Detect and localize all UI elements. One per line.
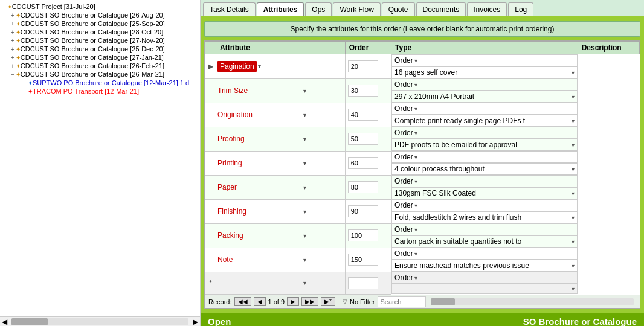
prev-record-btn[interactable]: ◀ (254, 297, 266, 306)
order-input[interactable] (348, 133, 378, 145)
order-input[interactable] (348, 229, 378, 241)
type-chevron[interactable]: ▾ (414, 154, 417, 161)
order-cell[interactable] (345, 127, 391, 151)
type-cell[interactable]: Order▾ (391, 54, 578, 66)
type-chevron[interactable]: ▾ (414, 106, 417, 112)
attribute-cell[interactable]: Pagination▾ (216, 54, 346, 79)
attribute-chevron[interactable]: ▾ (303, 208, 306, 215)
type-chevron[interactable]: ▾ (414, 82, 417, 88)
table-hscroll[interactable] (431, 298, 634, 305)
order-input[interactable] (348, 157, 378, 169)
expand-icon[interactable]: + (11, 29, 14, 36)
description-chevron[interactable]: ▾ (572, 263, 575, 269)
tab-quote[interactable]: Quote (382, 2, 415, 16)
type-chevron[interactable]: ▾ (414, 251, 417, 257)
description-chevron[interactable]: ▾ (572, 118, 575, 124)
order-input[interactable] (348, 181, 378, 193)
type-chevron[interactable]: ▾ (414, 178, 417, 185)
tree-item-8a[interactable]: ✦ SUPTWO PO Brochure or Catalogue [12-Ma… (0, 78, 200, 87)
tab-attributes[interactable]: Attributes (257, 2, 304, 16)
order-cell[interactable] (345, 78, 391, 103)
collapse-icon[interactable]: − (2, 4, 6, 10)
description-cell[interactable]: ▾ (391, 284, 578, 294)
description-chevron[interactable]: ▾ (572, 190, 575, 197)
type-cell[interactable]: Order▾ (391, 103, 578, 115)
tree-item-3[interactable]: +✦ CDCUST SO Brochure or Catalogue [28-O… (0, 28, 200, 36)
last-record-btn[interactable]: ▶▶ (301, 297, 318, 306)
order-input[interactable] (348, 277, 378, 289)
scroll-thumb[interactable] (11, 318, 48, 325)
attribute-cell[interactable]: Paper▾ (216, 175, 346, 199)
tree-item-7[interactable]: +✦ CDCUST SO Brochure or Catalogue [26-F… (0, 62, 200, 70)
scroll-track[interactable] (11, 318, 188, 325)
order-input[interactable] (348, 205, 378, 217)
attribute-chevron[interactable]: ▾ (303, 160, 306, 167)
type-chevron[interactable]: ▾ (414, 226, 417, 233)
type-cell[interactable]: Order▾ (391, 272, 578, 284)
order-input[interactable] (348, 254, 378, 266)
description-chevron[interactable]: ▾ (572, 69, 575, 76)
attribute-chevron[interactable]: ▾ (303, 257, 306, 263)
tree-item-8b[interactable]: ✦ TRACOM PO Transport [12-Mar-21] (0, 87, 200, 95)
expand-icon[interactable]: + (11, 37, 14, 44)
attribute-cell[interactable]: ▾ (216, 272, 346, 294)
order-input[interactable] (348, 85, 378, 97)
scroll-right-btn[interactable]: ▶ (191, 318, 200, 326)
tree-item-8[interactable]: −✦ CDCUST SO Brochure or Catalogue [26-M… (0, 70, 200, 78)
type-chevron[interactable]: ▾ (414, 57, 417, 64)
attribute-chevron[interactable]: ▾ (303, 280, 306, 286)
expand-icon[interactable]: + (11, 12, 14, 19)
type-cell[interactable]: Order▾ (391, 199, 578, 211)
description-cell[interactable]: 16 pages self cover▾ (391, 66, 578, 78)
description-cell[interactable]: Fold, saddlestitch 2 wires and trim flus… (391, 211, 578, 223)
attribute-chevron[interactable]: ▾ (303, 112, 306, 118)
order-cell[interactable] (345, 54, 391, 79)
tab-work-flow[interactable]: Work Flow (333, 2, 380, 16)
description-cell[interactable]: PDF proofs to be emailed for approval▾ (391, 139, 578, 151)
attribute-chevron[interactable]: ▾ (303, 136, 306, 142)
type-cell[interactable]: Order▾ (391, 151, 578, 163)
type-chevron[interactable]: ▾ (414, 202, 417, 209)
first-record-btn[interactable]: ◀◀ (234, 297, 251, 306)
expand-icon[interactable]: + (11, 46, 14, 53)
tab-invoices[interactable]: Invoices (467, 2, 507, 16)
order-cell[interactable] (345, 175, 391, 199)
expand-icon[interactable]: + (11, 63, 14, 69)
attribute-cell[interactable]: Note▾ (216, 248, 346, 272)
expand-icon[interactable]: + (11, 54, 14, 61)
attribute-cell[interactable]: Packing▾ (216, 223, 346, 248)
tree-item-4[interactable]: +✦ CDCUST SO Brochure or Catalogue [27-N… (0, 36, 200, 45)
open-button[interactable]: Open (208, 316, 231, 327)
attribute-chevron[interactable]: ▾ (303, 184, 306, 191)
order-input[interactable] (348, 109, 378, 121)
type-cell[interactable]: Order▾ (391, 223, 578, 235)
attribute-chevron[interactable]: ▾ (258, 63, 261, 69)
new-record-btn[interactable]: ▶* (321, 297, 335, 306)
order-cell[interactable] (345, 272, 391, 294)
order-input[interactable] (348, 60, 378, 72)
type-cell[interactable]: Order▾ (391, 248, 578, 260)
search-input[interactable] (378, 296, 426, 307)
order-cell[interactable] (345, 223, 391, 248)
scroll-left-btn[interactable]: ◀ (0, 318, 9, 326)
attribute-cell[interactable]: Printing▾ (216, 151, 346, 175)
description-chevron[interactable]: ▾ (572, 286, 575, 292)
horizontal-scrollbar[interactable]: ◀ ▶ (0, 316, 200, 326)
description-cell[interactable]: 297 x 210mm A4 Portrait▾ (391, 91, 578, 103)
next-record-btn[interactable]: ▶ (287, 297, 299, 306)
description-cell[interactable]: Ensure masthead matches previous issue▾ (391, 260, 578, 272)
type-cell[interactable]: Order▾ (391, 127, 578, 139)
description-chevron[interactable]: ▾ (572, 94, 575, 100)
tab-documents[interactable]: Documents (416, 2, 466, 16)
description-cell[interactable]: 4 colour process throughout▾ (391, 163, 578, 175)
type-chevron[interactable]: ▾ (414, 130, 417, 136)
attribute-chevron[interactable]: ▾ (303, 232, 306, 239)
description-chevron[interactable]: ▾ (572, 142, 575, 149)
table-hscroll-thumb[interactable] (431, 298, 455, 305)
type-chevron[interactable]: ▾ (414, 275, 417, 281)
tree-item-1[interactable]: +✦ CDCUST SO Brochure or Catalogue [26-A… (0, 11, 200, 19)
tab-log[interactable]: Log (508, 2, 533, 16)
description-cell[interactable]: Complete print ready single page PDFs t▾ (391, 115, 578, 127)
tree-item-root[interactable]: −✦ CDCUST Project [31-Jul-20] (0, 2, 200, 11)
description-chevron[interactable]: ▾ (572, 238, 575, 245)
